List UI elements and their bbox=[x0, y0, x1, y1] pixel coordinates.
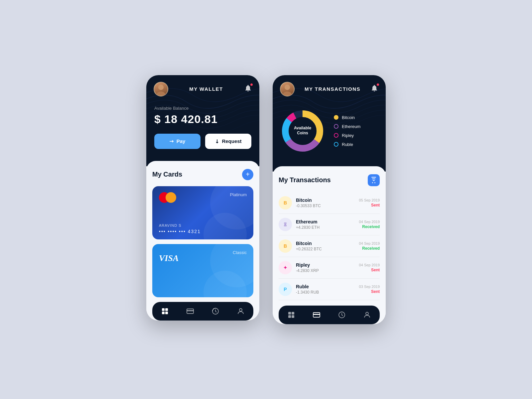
tx-right-ruble: 03 Sep 2019 Sent bbox=[359, 285, 380, 294]
tx-icon-bitcoin: B bbox=[279, 196, 292, 209]
tx-right-bitcoin-1: 05 Sep 2019 Sent bbox=[359, 198, 380, 207]
card-number: ••• •••• ••• 4321 bbox=[159, 229, 201, 234]
mastercard-card[interactable]: Platinum ARAVIND S ••• •••• ••• 4321 bbox=[152, 186, 253, 239]
legend-bitcoin: Bitcoin bbox=[334, 115, 360, 120]
svg-point-24 bbox=[366, 312, 368, 315]
visa-card[interactable]: VISA Classic bbox=[152, 244, 253, 297]
balance-label: Available Balance bbox=[154, 106, 251, 111]
transaction-bitcoin-2[interactable]: B Bitcoin +0.26322 BTC 04 Sep 2019 Recei… bbox=[279, 235, 380, 257]
tx-right-ethereum: 04 Sep 2019 Received bbox=[359, 220, 380, 229]
wallet-title: MY WALLET bbox=[189, 86, 223, 92]
svg-rect-2 bbox=[162, 308, 165, 311]
nav-profile[interactable] bbox=[237, 307, 245, 315]
wallet-phone: MY WALLET Available Balance $ 18 420.81 … bbox=[146, 75, 259, 321]
bottom-navigation bbox=[152, 302, 253, 321]
svg-rect-20 bbox=[292, 315, 294, 318]
donut-label: AvailableCoins bbox=[294, 126, 311, 136]
tx-icon-ripley: ✦ bbox=[279, 261, 292, 274]
balance-amount: $ 18 420.81 bbox=[154, 113, 251, 126]
tx-right-ripley: 04 Sep 2019 Sent bbox=[359, 263, 380, 272]
filter-icon bbox=[371, 177, 376, 183]
request-button[interactable]: ↙ Request bbox=[205, 134, 251, 149]
add-card-button[interactable]: + bbox=[242, 169, 253, 180]
svg-point-11 bbox=[282, 91, 292, 96]
tx-info-ruble: Ruble -1.3430 RUB bbox=[296, 284, 355, 295]
svg-rect-5 bbox=[165, 312, 168, 314]
transactions-list-section: My Transactions B bbox=[273, 166, 386, 324]
tx-icon-ethereum: Ξ bbox=[279, 218, 292, 231]
wallet-top-section: MY WALLET Available Balance $ 18 420.81 … bbox=[146, 75, 259, 166]
legend-ethereum: Ethereum bbox=[334, 124, 360, 129]
pay-button[interactable]: ↗ Pay bbox=[154, 134, 200, 149]
svg-rect-18 bbox=[292, 312, 294, 315]
transaction-ethereum[interactable]: Ξ Ethereum +4.2830 ETH 04 Sep 2019 Recei… bbox=[279, 214, 380, 235]
transactions-phone: MY TRANSACTIONS bbox=[273, 75, 386, 324]
action-buttons: ↗ Pay ↙ Request bbox=[154, 134, 251, 149]
transactions-header: MY TRANSACTIONS bbox=[273, 75, 386, 102]
legend-ruble: Ruble bbox=[334, 142, 360, 147]
svg-rect-17 bbox=[288, 312, 291, 315]
transaction-ripley[interactable]: ✦ Ripley -4.2830 XRP 04 Sep 2019 Sent bbox=[279, 257, 380, 279]
my-cards-title: My Cards bbox=[152, 171, 182, 178]
tx-info-bitcoin-1: Bitcoin -0.30533 BTC bbox=[296, 198, 355, 208]
nav-history-tx[interactable] bbox=[338, 311, 346, 319]
transaction-bitcoin-1[interactable]: B Bitcoin -0.30533 BTC 05 Sep 2019 Sent bbox=[279, 192, 380, 214]
visa-tier: Classic bbox=[233, 250, 247, 255]
tx-info-ethereum: Ethereum +4.2830 ETH bbox=[296, 219, 355, 230]
svg-rect-3 bbox=[165, 308, 168, 311]
notification-dot bbox=[250, 83, 253, 86]
nav-grid[interactable] bbox=[161, 307, 169, 315]
notification-icon[interactable] bbox=[244, 84, 252, 94]
wallet-header: MY WALLET bbox=[146, 75, 259, 102]
legend-ripley: Ripley bbox=[334, 133, 360, 138]
transactions-title: MY TRANSACTIONS bbox=[305, 86, 360, 92]
svg-rect-7 bbox=[187, 310, 194, 311]
svg-rect-4 bbox=[162, 312, 165, 314]
notification-icon[interactable] bbox=[370, 84, 378, 94]
nav-grid-tx[interactable] bbox=[287, 311, 295, 319]
tx-right-bitcoin-2: 04 Sep 2019 Received bbox=[359, 241, 380, 251]
transaction-ruble[interactable]: P Ruble -1.3430 RUB 03 Sep 2019 Sent bbox=[279, 279, 380, 300]
donut-chart: AvailableCoins bbox=[279, 108, 326, 154]
nav-card-tx[interactable] bbox=[313, 311, 321, 319]
tx-info-ripley: Ripley -4.2830 XRP bbox=[296, 262, 355, 273]
my-cards-header: My Cards + bbox=[152, 169, 253, 180]
my-transactions-header: My Transactions bbox=[279, 174, 380, 186]
notification-dot bbox=[377, 83, 379, 86]
card-tier: Platinum bbox=[230, 192, 247, 197]
balance-section: Available Balance $ 18 420.81 ↗ Pay ↙ Re… bbox=[146, 102, 259, 157]
bottom-navigation-tx bbox=[279, 306, 380, 324]
svg-point-9 bbox=[239, 309, 242, 311]
nav-card[interactable] bbox=[186, 307, 194, 315]
avatar bbox=[280, 82, 295, 96]
tx-icon-ruble: P bbox=[279, 283, 292, 296]
avatar bbox=[154, 82, 168, 96]
filter-button[interactable] bbox=[368, 174, 380, 186]
coin-legend: Bitcoin Ethereum Ripley Ruble bbox=[334, 115, 360, 147]
wallet-cards-section: My Cards + Platinum ARAVIND S ••• •••• •… bbox=[146, 161, 259, 321]
transactions-top-section: MY TRANSACTIONS bbox=[273, 75, 386, 172]
svg-point-10 bbox=[285, 84, 290, 90]
nav-profile-tx[interactable] bbox=[363, 311, 371, 319]
svg-point-1 bbox=[156, 91, 166, 96]
card-holder: ARAVIND S bbox=[159, 223, 181, 227]
tx-info-bitcoin-2: Bitcoin +0.26322 BTC bbox=[296, 241, 355, 251]
nav-history[interactable] bbox=[211, 307, 219, 315]
tx-icon-bitcoin-2: B bbox=[279, 239, 292, 253]
svg-point-0 bbox=[158, 84, 164, 90]
donut-chart-section: AvailableCoins Bitcoin Ethereum Ripley bbox=[273, 102, 386, 162]
svg-rect-19 bbox=[288, 315, 291, 318]
svg-rect-22 bbox=[313, 314, 320, 315]
my-transactions-title: My Transactions bbox=[279, 176, 331, 184]
